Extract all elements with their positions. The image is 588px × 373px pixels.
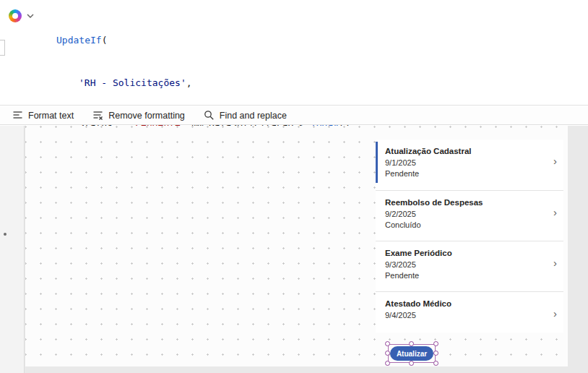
- resize-handle-nw[interactable]: [385, 341, 390, 346]
- requests-gallery[interactable]: Atualização Cadastral 9/1/2025 Pendente …: [376, 140, 563, 333]
- chevron-right-icon[interactable]: ›: [553, 257, 557, 268]
- design-canvas[interactable]: Atualização Cadastral 9/1/2025 Pendente …: [25, 126, 568, 366]
- item-status: Pendente: [385, 168, 545, 180]
- resize-handle-s[interactable]: [409, 361, 414, 366]
- resize-handle-ne[interactable]: [433, 341, 438, 346]
- formula-bar[interactable]: UpdateIf( 'RH - Solicitações', Status = …: [0, 0, 588, 106]
- formatting-toolbar: Format text Remove formatting Find and r…: [0, 106, 588, 125]
- item-date: 9/2/2025: [385, 209, 545, 220]
- atualizar-button[interactable]: Atualizar: [390, 346, 433, 361]
- resize-handle-sw[interactable]: [385, 361, 390, 366]
- item-date: 9/4/2025: [385, 310, 545, 322]
- resize-handle-w[interactable]: [385, 351, 390, 356]
- item-title: Reembolso de Despesas: [385, 197, 545, 209]
- item-date: 9/1/2025: [385, 158, 545, 169]
- gallery-item[interactable]: Atestado Médico 9/4/2025 ›: [376, 291, 563, 333]
- code-line: 'RH - Solicitações',: [56, 76, 356, 90]
- left-rail[interactable]: [0, 126, 25, 373]
- chevron-right-icon[interactable]: ›: [553, 155, 557, 166]
- resize-handle-e[interactable]: [433, 351, 438, 356]
- gallery-item[interactable]: Exame Periódico 9/3/2025 Pendente ›: [376, 241, 563, 291]
- copilot-icon[interactable]: [9, 9, 22, 22]
- format-text-label: Format text: [28, 111, 74, 121]
- item-title: Exame Periódico: [385, 248, 545, 260]
- formula-gutter-handle[interactable]: [0, 40, 5, 56]
- format-text-icon: [12, 110, 23, 121]
- chevron-right-icon[interactable]: ›: [553, 207, 557, 218]
- item-date: 9/3/2025: [385, 260, 545, 271]
- search-icon: [204, 110, 215, 121]
- resize-handle-n[interactable]: [409, 341, 414, 346]
- resize-handle-se[interactable]: [433, 361, 438, 366]
- chevron-down-icon[interactable]: [26, 12, 35, 20]
- rail-drag-handle-dot: [4, 233, 7, 236]
- selection-indicator: [376, 142, 378, 183]
- chevron-right-icon[interactable]: ›: [553, 308, 557, 319]
- canvas-region: Atualização Cadastral 9/1/2025 Pendente …: [0, 126, 588, 373]
- item-title: Atualização Cadastral: [385, 146, 545, 158]
- gallery-item[interactable]: Reembolso de Despesas 9/2/2025 Concluído…: [376, 190, 563, 241]
- item-status: Pendente: [385, 270, 545, 282]
- selection-box: Atualizar: [388, 344, 436, 363]
- remove-formatting-button[interactable]: Remove formatting: [83, 106, 194, 124]
- item-title: Atestado Médico: [385, 299, 545, 310]
- find-replace-label: Find and replace: [220, 111, 287, 121]
- find-replace-button[interactable]: Find and replace: [194, 106, 296, 124]
- code-line: UpdateIf(: [56, 33, 356, 48]
- gallery-item[interactable]: Atualização Cadastral 9/1/2025 Pendente …: [376, 140, 563, 190]
- format-text-button[interactable]: Format text: [3, 106, 83, 124]
- item-status: Concluído: [385, 220, 545, 231]
- remove-formatting-label: Remove formatting: [108, 111, 185, 121]
- remove-formatting-icon: [92, 110, 103, 121]
